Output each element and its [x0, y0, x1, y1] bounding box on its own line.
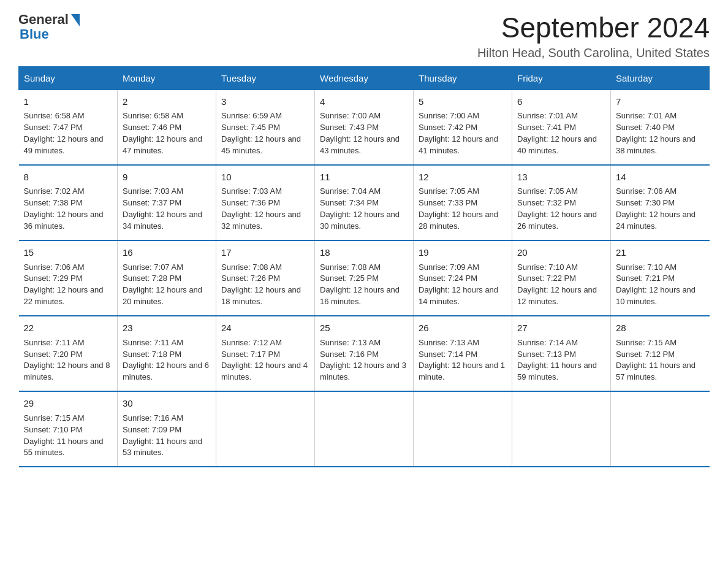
calendar-cell: 18Sunrise: 7:08 AMSunset: 7:25 PMDayligh… — [315, 240, 414, 316]
day-info: Sunrise: 7:01 AMSunset: 7:41 PMDaylight:… — [517, 110, 605, 156]
day-info: Sunrise: 7:08 AMSunset: 7:26 PMDaylight:… — [221, 262, 309, 308]
day-info: Sunrise: 7:02 AMSunset: 7:38 PMDaylight:… — [24, 186, 113, 232]
day-info: Sunrise: 7:03 AMSunset: 7:37 PMDaylight:… — [123, 186, 211, 232]
day-info: Sunrise: 7:03 AMSunset: 7:36 PMDaylight:… — [221, 186, 309, 232]
calendar-cell: 25Sunrise: 7:13 AMSunset: 7:16 PMDayligh… — [315, 316, 414, 391]
day-number: 26 — [419, 321, 507, 335]
day-info: Sunrise: 7:14 AMSunset: 7:13 PMDaylight:… — [517, 337, 605, 383]
header-tuesday: Tuesday — [216, 66, 315, 90]
day-number: 23 — [123, 321, 211, 335]
calendar-cell: 1Sunrise: 6:58 AMSunset: 7:47 PMDaylight… — [19, 90, 118, 165]
day-info: Sunrise: 7:07 AMSunset: 7:28 PMDaylight:… — [123, 262, 211, 308]
day-info: Sunrise: 7:05 AMSunset: 7:33 PMDaylight:… — [419, 186, 507, 232]
day-number: 24 — [221, 321, 309, 335]
calendar-cell: 7Sunrise: 7:01 AMSunset: 7:40 PMDaylight… — [611, 90, 710, 165]
day-number: 1 — [24, 95, 113, 109]
day-info: Sunrise: 6:58 AMSunset: 7:46 PMDaylight:… — [123, 110, 211, 156]
day-number: 4 — [320, 95, 408, 109]
day-number: 27 — [517, 321, 605, 335]
calendar-cell: 26Sunrise: 7:13 AMSunset: 7:14 PMDayligh… — [414, 316, 512, 391]
page-header: General Blue September 2024 Hilton Head,… — [18, 12, 710, 60]
day-number: 6 — [517, 95, 605, 109]
location-title: Hilton Head, South Carolina, United Stat… — [477, 46, 710, 60]
day-number: 9 — [123, 170, 211, 184]
day-number: 3 — [221, 95, 309, 109]
calendar-cell: 2Sunrise: 6:58 AMSunset: 7:46 PMDaylight… — [118, 90, 216, 165]
calendar-cell: 19Sunrise: 7:09 AMSunset: 7:24 PMDayligh… — [414, 240, 512, 316]
day-number: 25 — [320, 321, 408, 335]
calendar-cell: 30Sunrise: 7:16 AMSunset: 7:09 PMDayligh… — [118, 391, 216, 467]
day-number: 2 — [123, 95, 211, 109]
header-wednesday: Wednesday — [315, 66, 414, 90]
header-friday: Friday — [512, 66, 611, 90]
day-info: Sunrise: 7:11 AMSunset: 7:18 PMDaylight:… — [123, 337, 211, 383]
day-number: 11 — [320, 170, 408, 184]
day-info: Sunrise: 7:12 AMSunset: 7:17 PMDaylight:… — [221, 337, 309, 383]
calendar-cell — [611, 391, 710, 467]
month-title: September 2024 — [477, 12, 710, 44]
day-info: Sunrise: 7:06 AMSunset: 7:30 PMDaylight:… — [616, 186, 705, 232]
calendar-cell: 14Sunrise: 7:06 AMSunset: 7:30 PMDayligh… — [611, 165, 710, 240]
calendar-cell: 29Sunrise: 7:15 AMSunset: 7:10 PMDayligh… — [19, 391, 118, 467]
calendar-cell: 20Sunrise: 7:10 AMSunset: 7:22 PMDayligh… — [512, 240, 611, 316]
header-thursday: Thursday — [414, 66, 512, 90]
day-number: 14 — [616, 170, 705, 184]
day-info: Sunrise: 7:15 AMSunset: 7:10 PMDaylight:… — [24, 413, 113, 459]
day-number: 20 — [517, 246, 605, 259]
day-number: 29 — [24, 397, 113, 410]
calendar-cell: 23Sunrise: 7:11 AMSunset: 7:18 PMDayligh… — [118, 316, 216, 391]
calendar-cell: 22Sunrise: 7:11 AMSunset: 7:20 PMDayligh… — [19, 316, 118, 391]
day-number: 21 — [616, 246, 705, 259]
calendar-header-row: SundayMondayTuesdayWednesdayThursdayFrid… — [19, 66, 710, 90]
day-info: Sunrise: 7:09 AMSunset: 7:24 PMDaylight:… — [419, 262, 507, 308]
calendar-cell: 6Sunrise: 7:01 AMSunset: 7:41 PMDaylight… — [512, 90, 611, 165]
calendar-cell: 12Sunrise: 7:05 AMSunset: 7:33 PMDayligh… — [414, 165, 512, 240]
day-number: 7 — [616, 95, 705, 109]
calendar-cell: 4Sunrise: 7:00 AMSunset: 7:43 PMDaylight… — [315, 90, 414, 165]
logo-general-text: General — [18, 12, 69, 27]
calendar-cell: 11Sunrise: 7:04 AMSunset: 7:34 PMDayligh… — [315, 165, 414, 240]
calendar-cell: 16Sunrise: 7:07 AMSunset: 7:28 PMDayligh… — [118, 240, 216, 316]
day-info: Sunrise: 7:10 AMSunset: 7:22 PMDaylight:… — [517, 262, 605, 308]
day-number: 22 — [24, 321, 113, 335]
logo-blue-text: Blue — [18, 27, 49, 42]
calendar-week-row: 29Sunrise: 7:15 AMSunset: 7:10 PMDayligh… — [19, 391, 710, 467]
day-info: Sunrise: 7:11 AMSunset: 7:20 PMDaylight:… — [24, 337, 113, 383]
logo-arrow-icon — [71, 14, 80, 26]
header-monday: Monday — [118, 66, 216, 90]
calendar-cell: 8Sunrise: 7:02 AMSunset: 7:38 PMDaylight… — [19, 165, 118, 240]
day-number: 15 — [24, 246, 113, 259]
calendar-cell: 28Sunrise: 7:15 AMSunset: 7:12 PMDayligh… — [611, 316, 710, 391]
calendar-cell: 5Sunrise: 7:00 AMSunset: 7:42 PMDaylight… — [414, 90, 512, 165]
calendar-cell: 9Sunrise: 7:03 AMSunset: 7:37 PMDaylight… — [118, 165, 216, 240]
day-info: Sunrise: 6:58 AMSunset: 7:47 PMDaylight:… — [24, 110, 113, 156]
calendar-cell: 3Sunrise: 6:59 AMSunset: 7:45 PMDaylight… — [216, 90, 315, 165]
calendar-cell: 10Sunrise: 7:03 AMSunset: 7:36 PMDayligh… — [216, 165, 315, 240]
day-info: Sunrise: 7:01 AMSunset: 7:40 PMDaylight:… — [616, 110, 705, 156]
calendar-week-row: 22Sunrise: 7:11 AMSunset: 7:20 PMDayligh… — [19, 316, 710, 391]
day-info: Sunrise: 7:16 AMSunset: 7:09 PMDaylight:… — [123, 413, 211, 459]
day-number: 16 — [123, 246, 211, 259]
calendar-cell: 24Sunrise: 7:12 AMSunset: 7:17 PMDayligh… — [216, 316, 315, 391]
title-block: September 2024 Hilton Head, South Caroli… — [477, 12, 710, 60]
calendar-cell: 15Sunrise: 7:06 AMSunset: 7:29 PMDayligh… — [19, 240, 118, 316]
calendar-cell: 17Sunrise: 7:08 AMSunset: 7:26 PMDayligh… — [216, 240, 315, 316]
day-info: Sunrise: 7:08 AMSunset: 7:25 PMDaylight:… — [320, 262, 408, 308]
day-number: 8 — [24, 170, 113, 184]
day-number: 30 — [123, 397, 211, 410]
header-saturday: Saturday — [611, 66, 710, 90]
calendar-week-row: 15Sunrise: 7:06 AMSunset: 7:29 PMDayligh… — [19, 240, 710, 316]
calendar-cell: 21Sunrise: 7:10 AMSunset: 7:21 PMDayligh… — [611, 240, 710, 316]
day-info: Sunrise: 7:15 AMSunset: 7:12 PMDaylight:… — [616, 337, 705, 383]
day-info: Sunrise: 7:13 AMSunset: 7:14 PMDaylight:… — [419, 337, 507, 383]
day-info: Sunrise: 7:04 AMSunset: 7:34 PMDaylight:… — [320, 186, 408, 232]
day-info: Sunrise: 7:05 AMSunset: 7:32 PMDaylight:… — [517, 186, 605, 232]
day-info: Sunrise: 7:00 AMSunset: 7:42 PMDaylight:… — [419, 110, 507, 156]
day-info: Sunrise: 7:00 AMSunset: 7:43 PMDaylight:… — [320, 110, 408, 156]
day-number: 18 — [320, 246, 408, 259]
calendar-week-row: 1Sunrise: 6:58 AMSunset: 7:47 PMDaylight… — [19, 90, 710, 165]
calendar-table: SundayMondayTuesdayWednesdayThursdayFrid… — [18, 66, 710, 468]
day-number: 17 — [221, 246, 309, 259]
calendar-cell: 27Sunrise: 7:14 AMSunset: 7:13 PMDayligh… — [512, 316, 611, 391]
day-number: 28 — [616, 321, 705, 335]
